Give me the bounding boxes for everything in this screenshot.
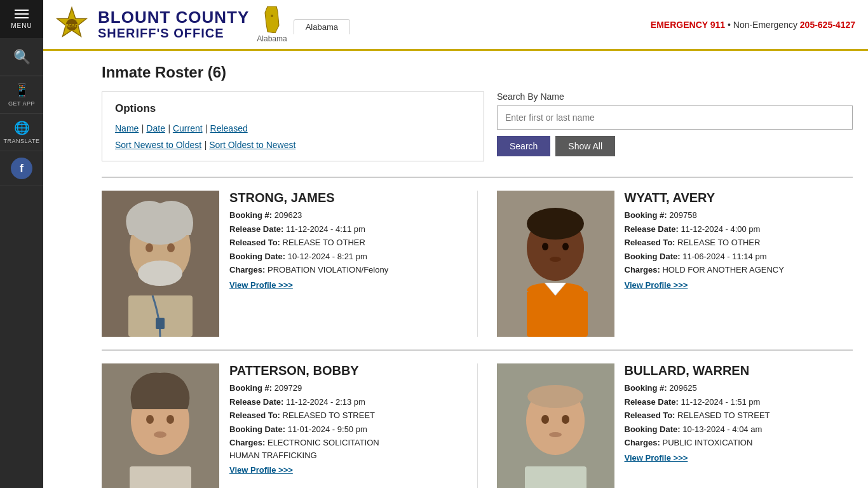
inmate-photo <box>102 363 219 488</box>
inmate-info: BULLARD, WARREN Booking #: 209625 Releas… <box>625 363 853 463</box>
inmate-photo <box>102 191 219 337</box>
nonemergency-label: Non-Emergency <box>733 20 797 30</box>
sidebar: MENU 🔍 📱 GET APP 🌐 TRANSLATE f <box>0 0 43 488</box>
svg-point-11 <box>138 261 182 286</box>
released-to: Released To: RELEASED TO STREET <box>229 409 458 422</box>
svg-marker-3 <box>265 6 279 33</box>
hamburger-icon <box>15 10 29 11</box>
options-search-row: Options Name | Date | Current | Released… <box>102 92 853 161</box>
inmate-card: BULLARD, WARREN Booking #: 209625 Releas… <box>497 363 853 488</box>
inmate-row: STRONG, JAMES Booking #: 209623 Release … <box>102 177 853 349</box>
sort-newest-link[interactable]: Sort Newest to Oldest <box>115 140 201 150</box>
get-app-label: GET APP <box>8 100 35 107</box>
inmate-name: PATTERSON, BOBBY <box>229 363 458 378</box>
globe-icon: 🌐 <box>14 120 30 135</box>
charges: Charges: ELECTRONIC SOLICITATIONHUMAN TR… <box>229 437 458 461</box>
svg-point-8 <box>146 243 153 252</box>
release-date: Release Date: 11-12-2024 - 1:51 pm <box>625 396 853 409</box>
released-to: Released To: RELEASE TO OTHER <box>625 236 853 249</box>
sort-oldest-link[interactable]: Sort Oldest to Newest <box>209 140 295 150</box>
svg-point-33 <box>549 432 562 437</box>
state-label: Alabama <box>257 34 287 43</box>
get-app-button[interactable]: 📱 GET APP <box>0 76 43 114</box>
svg-rect-13 <box>156 318 165 329</box>
svg-point-17 <box>542 243 548 250</box>
inmate-card: WYATT, AVERY Booking #: 209758 Release D… <box>497 191 853 337</box>
filter-name-link[interactable]: Name <box>115 123 139 133</box>
booking-num: Booking #: 209623 <box>229 209 458 222</box>
options-title: Options <box>115 102 471 115</box>
search-box: Search By Name Search Show All <box>497 92 853 156</box>
options-box: Options Name | Date | Current | Released… <box>102 92 484 161</box>
release-date: Release Date: 11-12-2024 - 2:13 pm <box>229 396 458 409</box>
search-button[interactable]: Search <box>497 136 550 156</box>
translate-label: TRANSLATE <box>4 138 40 144</box>
booking-num: Booking #: 209729 <box>229 382 458 395</box>
emergency-separator: • <box>728 20 733 30</box>
svg-point-16 <box>527 208 584 240</box>
svg-rect-34 <box>525 466 587 488</box>
vertical-divider <box>477 191 478 337</box>
show-all-button[interactable]: Show All <box>555 136 615 156</box>
filter-current-link[interactable]: Current <box>173 123 203 133</box>
inmate-list: STRONG, JAMES Booking #: 209623 Release … <box>102 177 853 488</box>
emergency-info: EMERGENCY 911 • Non-Emergency 205-625-41… <box>651 20 868 30</box>
inmate-photo <box>497 191 614 337</box>
charges: Charges: HOLD FOR ANOTHER AGENCY <box>625 264 853 276</box>
header-title: BLOUNT COUNTY SHERIFF'S OFFICE <box>98 8 249 41</box>
svg-point-18 <box>562 243 569 250</box>
options-filter-links: Name | Date | Current | Released <box>115 123 471 134</box>
inmate-row: PATTERSON, BOBBY Booking #: 209729 Relea… <box>102 349 853 488</box>
menu-button[interactable]: MENU <box>0 0 43 38</box>
nonemergency-number: 205-625-4127 <box>800 20 855 30</box>
svg-rect-20 <box>527 291 588 337</box>
view-profile-link[interactable]: View Profile >>> <box>229 465 293 475</box>
inmate-card: STRONG, JAMES Booking #: 209623 Release … <box>102 191 458 337</box>
inmate-name: WYATT, AVERY <box>625 191 853 205</box>
logo-area: BCSO BLOUNT COUNTY SHERIFF'S OFFICE Alab… <box>43 6 360 43</box>
phone-icon: 📱 <box>14 83 30 98</box>
office-name: SHERIFF'S OFFICE <box>98 26 249 41</box>
search-buttons: Search Show All <box>497 136 853 156</box>
released-to: Released To: RELEASED TO STREET <box>625 409 853 422</box>
booking-num: Booking #: 209758 <box>625 209 853 222</box>
svg-point-9 <box>167 243 175 252</box>
search-label: Search By Name <box>497 92 853 102</box>
inmate-info: PATTERSON, BOBBY Booking #: 209729 Relea… <box>229 363 458 475</box>
filter-released-link[interactable]: Released <box>210 123 248 133</box>
inmate-photo <box>497 363 614 488</box>
view-profile-link[interactable]: View Profile >>> <box>625 280 688 290</box>
inmate-info: WYATT, AVERY Booking #: 209758 Release D… <box>625 191 853 290</box>
translate-button[interactable]: 🌐 TRANSLATE <box>0 114 43 151</box>
filter-date-link[interactable]: Date <box>146 123 165 133</box>
svg-rect-27 <box>130 466 191 488</box>
booking-date: Booking Date: 10-13-2024 - 4:04 am <box>625 423 853 436</box>
search-icon: 🔍 <box>13 49 31 65</box>
facebook-button[interactable]: f <box>0 151 43 186</box>
svg-point-24 <box>146 415 154 424</box>
view-profile-link[interactable]: View Profile >>> <box>229 280 293 290</box>
menu-label: MENU <box>11 22 32 29</box>
charges: Charges: PUBLIC INTOXICATION <box>625 437 853 449</box>
release-date: Release Date: 11-12-2024 - 4:00 pm <box>625 223 853 236</box>
svg-point-30 <box>527 385 583 408</box>
search-input[interactable] <box>497 105 853 130</box>
booking-date: Booking Date: 11-01-2024 - 9:50 pm <box>229 423 458 436</box>
svg-text:BCSO: BCSO <box>65 23 78 27</box>
released-to: Released To: RELEASE TO OTHER <box>229 236 458 249</box>
booking-num: Booking #: 209625 <box>625 382 853 395</box>
charges: Charges: PROBATION VIOLATION/Felony <box>229 264 458 276</box>
county-name: BLOUNT COUNTY <box>98 8 249 27</box>
inmate-name: STRONG, JAMES <box>229 191 458 205</box>
sheriff-star-icon: BCSO <box>53 6 90 43</box>
inmate-name: BULLARD, WARREN <box>625 363 853 378</box>
main-content: Inmate Roster (6) Options Name | Date | … <box>86 51 868 488</box>
svg-point-31 <box>541 415 549 424</box>
alabama-tab[interactable]: Alabama <box>294 19 350 34</box>
booking-date: Booking Date: 11-06-2024 - 11:14 pm <box>625 250 853 263</box>
view-profile-link[interactable]: View Profile >>> <box>625 453 688 463</box>
svg-point-26 <box>154 431 166 438</box>
svg-point-32 <box>562 415 569 424</box>
search-button[interactable]: 🔍 <box>0 38 43 76</box>
vertical-divider <box>477 363 478 488</box>
